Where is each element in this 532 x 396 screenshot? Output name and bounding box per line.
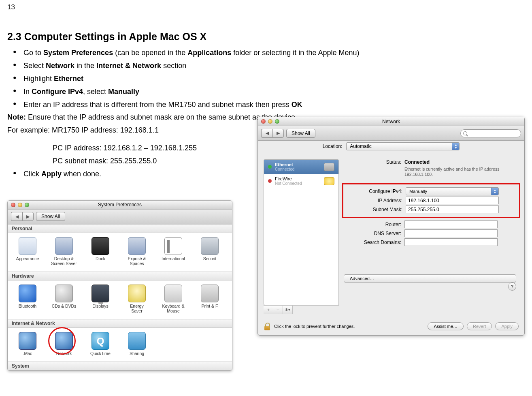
window-title: Network <box>258 119 524 124</box>
search-domains-label: Search Domains: <box>344 240 404 245</box>
ip-input[interactable]: 192.168.1.100 <box>406 197 499 204</box>
sidebar-item-firewire[interactable]: FireWire Not Connected <box>264 174 338 188</box>
pref-international[interactable]: International <box>155 237 192 266</box>
status-label: Status: <box>344 159 404 178</box>
instruction-item: In Configure IPv4, select Manually <box>7 86 525 98</box>
add-interface-button[interactable]: + <box>264 306 273 314</box>
location-label: Location: <box>323 143 343 149</box>
lock-icon[interactable] <box>264 322 271 330</box>
back-button[interactable]: ◀ <box>11 212 22 221</box>
pref-energy[interactable]: Energy Saver <box>119 285 155 313</box>
section-system: System <box>8 362 232 370</box>
show-all-button[interactable]: Show All <box>36 212 65 221</box>
forward-button[interactable]: ▶ <box>22 212 34 221</box>
show-all-button[interactable]: Show All <box>286 129 315 138</box>
section-internet: Internet & Network <box>8 319 232 328</box>
instruction-item: Highlight Ethernet <box>7 73 525 85</box>
status-dot-icon <box>268 179 272 183</box>
pref-print[interactable]: Print & F <box>192 285 228 313</box>
pref-mac[interactable]: .Mac <box>9 332 46 356</box>
configure-select[interactable]: Manually ▲▼ <box>406 187 499 195</box>
example-line-2: PC IP address: 192.168.1.2 – 192.168.1.2… <box>7 143 257 154</box>
pref-displays[interactable]: Displays <box>82 285 119 313</box>
chevron-updown-icon: ▲▼ <box>491 188 498 195</box>
section-hardware: Hardware <box>8 272 232 280</box>
pref-appearance[interactable]: Appearance <box>9 237 46 266</box>
mask-input[interactable]: 255.255.255.0 <box>406 205 499 213</box>
pref-quicktime[interactable]: QuickTime <box>82 332 119 356</box>
pref-keyboard[interactable]: Keyboard & Mouse <box>155 285 192 313</box>
apply-button[interactable]: Apply <box>495 322 519 330</box>
pref-desktop[interactable]: Desktop & Screen Saver <box>46 237 82 266</box>
titlebar: System Preferences <box>8 201 232 210</box>
toolbar: ◀ ▶ Show All <box>258 126 524 141</box>
lock-row: Click the lock to prevent further change… <box>258 318 524 335</box>
status-description: Ethernet is currently active and has the… <box>404 167 510 178</box>
sidebar-footer: + − ✻▾ <box>264 305 339 314</box>
router-input[interactable] <box>404 220 498 228</box>
router-label: Router: <box>344 222 404 227</box>
personal-grid: Appearance Desktop & Screen Saver Dock E… <box>8 233 232 272</box>
example-line-3: PC subnet mask: 255.255.255.0 <box>7 156 257 167</box>
help-button[interactable]: ? <box>508 283 516 291</box>
instruction-list-2: Click Apply when done. <box>7 169 257 180</box>
location-select[interactable]: Automatic ▲▼ <box>346 142 460 150</box>
mask-label: Subnet Mask: <box>345 207 406 212</box>
section-heading: 2.3 Computer Settings in Apple Mac OS X <box>7 31 525 43</box>
instruction-item: Select Network in the Internet & Network… <box>7 60 525 72</box>
search-icon <box>463 131 467 135</box>
pref-security[interactable]: Securit <box>192 237 228 266</box>
titlebar: Network <box>258 117 524 126</box>
pref-network[interactable]: Network <box>46 332 82 356</box>
status-value: Connected <box>404 159 510 166</box>
interface-options-button[interactable]: ✻▾ <box>283 306 293 314</box>
firewire-icon <box>324 177 334 185</box>
page-number: 13 <box>7 3 525 11</box>
chevron-updown-icon: ▲▼ <box>452 143 459 150</box>
nav-buttons[interactable]: ◀ ▶ <box>11 212 34 221</box>
pref-cds[interactable]: CDs & DVDs <box>46 285 82 313</box>
sidebar-item-ethernet[interactable]: Ethernet Connected <box>264 160 338 174</box>
instruction-item: Go to System Preferences (can be opened … <box>7 47 525 59</box>
instruction-item: Click Apply when done. <box>7 169 257 180</box>
forward-button[interactable]: ▶ <box>272 129 284 138</box>
search-domains-input[interactable] <box>404 238 498 246</box>
location-row: Location: Automatic ▲▼ <box>258 142 524 150</box>
revert-button[interactable]: Revert <box>467 322 492 330</box>
hardware-grid: Bluetooth CDs & DVDs Displays Energy Sav… <box>8 280 232 319</box>
assist-button[interactable]: Assist me… <box>428 322 464 330</box>
pref-dock[interactable]: Dock <box>82 237 119 266</box>
instruction-item: Enter an IP address that is different fr… <box>7 99 525 111</box>
highlight-box: Configure IPv4: Manually ▲▼ IP Address: … <box>342 183 520 218</box>
status-dot-icon <box>268 165 272 169</box>
pref-expose[interactable]: Exposé & Spaces <box>119 237 155 266</box>
search-input[interactable] <box>460 129 521 137</box>
instruction-list: Go to System Preferences (can be opened … <box>7 47 525 110</box>
toolbar: ◀ ▶ Show All <box>8 210 232 224</box>
detail-pane: Status: Connected Ethernet is currently … <box>344 159 519 314</box>
lock-text: Click the lock to prevent further change… <box>274 324 355 329</box>
network-window: Network ◀ ▶ Show All Location: <box>257 117 525 336</box>
ip-label: IP Address: <box>345 198 406 203</box>
dns-label: DNS Server: <box>344 231 404 236</box>
window-title: System Preferences <box>8 202 232 208</box>
ethernet-icon <box>324 163 334 171</box>
remove-interface-button[interactable]: − <box>273 306 283 314</box>
pref-bluetooth[interactable]: Bluetooth <box>9 285 46 313</box>
pref-sharing[interactable]: Sharing <box>119 332 155 356</box>
back-button[interactable]: ◀ <box>261 129 272 138</box>
dns-input[interactable] <box>404 229 498 237</box>
system-preferences-window: System Preferences ◀ ▶ Show All Personal… <box>7 200 232 371</box>
interface-sidebar: Ethernet Connected FireWire Not Connecte… <box>264 159 339 305</box>
nav-buttons[interactable]: ◀ ▶ <box>261 129 284 138</box>
advanced-button[interactable]: Advanced… <box>344 274 516 283</box>
section-personal: Personal <box>8 224 232 233</box>
configure-label: Configure IPv4: <box>345 188 406 194</box>
internet-grid: .Mac Network QuickTime Sharing <box>8 328 232 362</box>
